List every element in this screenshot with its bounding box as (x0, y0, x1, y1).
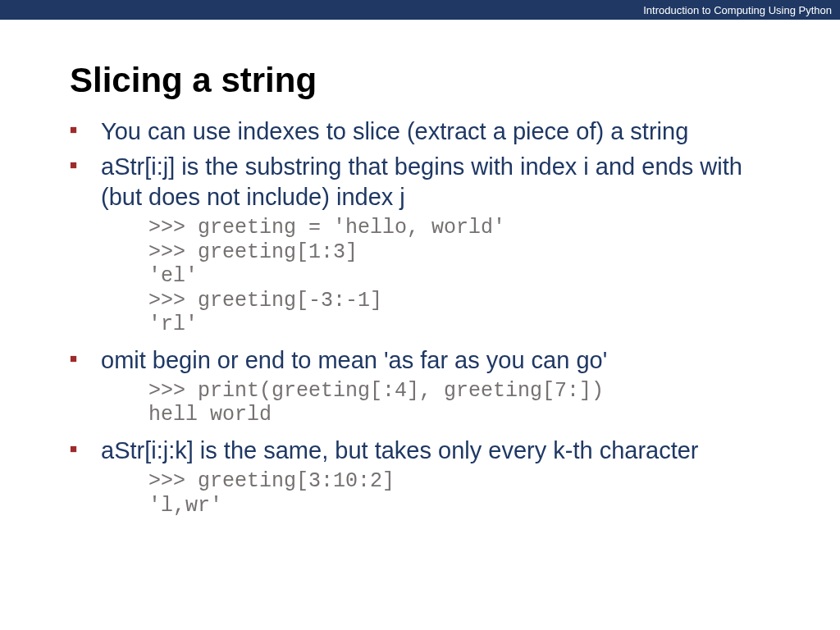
header-bar: Introduction to Computing Using Python (0, 0, 840, 20)
code-block: >>> greeting[3:10:2] 'l,wr' (101, 469, 770, 518)
bullet-list: You can use indexes to slice (extract a … (70, 116, 770, 518)
slide-title: Slicing a string (70, 61, 770, 100)
bullet-item: aStr[i:j:k] is the same, but takes only … (70, 436, 770, 518)
bullet-text: aStr[i:j] is the substring that begins w… (101, 152, 770, 212)
bullet-item: aStr[i:j] is the substring that begins w… (70, 152, 770, 337)
bullet-text: You can use indexes to slice (extract a … (101, 116, 770, 147)
header-course-title: Introduction to Computing Using Python (643, 4, 832, 16)
slide-content: Slicing a string You can use indexes to … (0, 20, 840, 518)
bullet-item: omit begin or end to mean 'as far as you… (70, 345, 770, 427)
bullet-text: aStr[i:j:k] is the same, but takes only … (101, 436, 770, 466)
code-block: >>> greeting = 'hello, world' >>> greeti… (101, 216, 770, 337)
bullet-item: You can use indexes to slice (extract a … (70, 116, 770, 147)
bullet-text: omit begin or end to mean 'as far as you… (101, 345, 770, 376)
code-block: >>> print(greeting[:4], greeting[7:]) he… (101, 379, 770, 427)
